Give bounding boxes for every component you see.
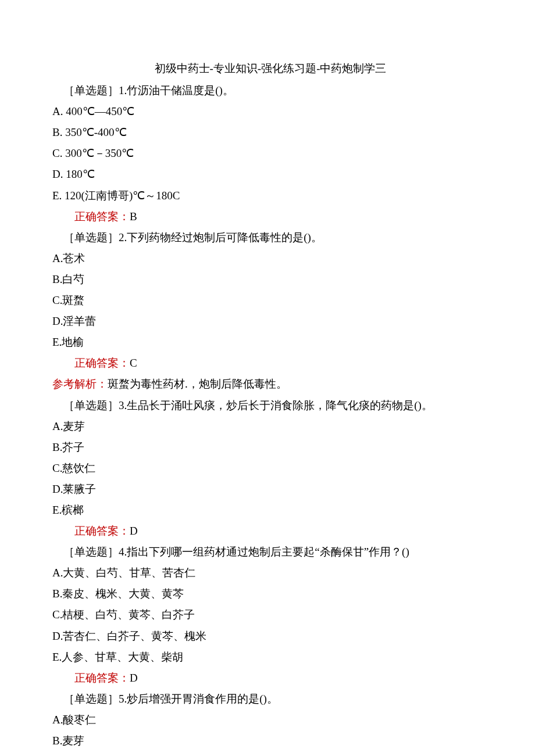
answer-label: 正确答案：: [74, 210, 130, 223]
answer-label: 正确答案：: [74, 357, 130, 369]
question-option: C. 300℃－350℃: [52, 143, 488, 164]
answer-value: D: [130, 525, 138, 537]
question-option: B.秦皮、槐米、大黄、黄芩: [52, 583, 488, 604]
answer-line: 正确答案：B: [74, 206, 488, 227]
answer-line: 正确答案：C: [74, 353, 488, 374]
question-option: A.大黄、白芍、甘草、苦杏仁: [52, 562, 488, 583]
question-option: B.芥子: [52, 437, 488, 458]
answer-value: B: [130, 210, 137, 223]
answer-value: D: [130, 672, 138, 684]
question-option: B.白芍: [52, 269, 488, 290]
question-option: A.酸枣仁: [52, 710, 488, 730]
question-stem: ［单选题］2.下列药物经过炮制后可降低毒性的是()。: [52, 227, 488, 248]
question-option: A.麦芽: [52, 416, 488, 437]
question-option: D. 180℃: [52, 164, 488, 185]
question-option: C.瓜篓仁: [52, 751, 488, 756]
document-title: 初级中药士-专业知识-强化练习题-中药炮制学三: [52, 58, 488, 79]
question-option: E.人参、甘草、大黄、柴胡: [52, 647, 488, 668]
question-option: B. 350℃-400℃: [52, 122, 488, 143]
question-stem: ［单选题］3.生品长于涌吐风痰，炒后长于消食除胀，降气化痰的药物是()。: [52, 395, 488, 416]
question-option: D.莱腋子: [52, 479, 488, 500]
question-option: D.淫羊蕾: [52, 311, 488, 332]
question-option: B.麦芽: [52, 730, 488, 751]
question-option: E. 120(江南博哥)℃～180C: [52, 185, 488, 206]
answer-label: 正确答案：: [74, 525, 130, 537]
explanation-label: 参考解析：: [52, 378, 108, 390]
explanation-text: 斑蝥为毒性药材.，炮制后降低毒性。: [108, 378, 287, 390]
answer-line: 正确答案：D: [74, 521, 488, 542]
answer-label: 正确答案：: [74, 672, 130, 684]
question-option: E.地榆: [52, 332, 488, 353]
answer-value: C: [130, 357, 137, 369]
question-option: D.苦杏仁、白芥子、黄芩、槐米: [52, 626, 488, 647]
question-option: C.慈饮仁: [52, 458, 488, 479]
question-stem: ［单选题］1.竹沥油干储温度是()。: [52, 80, 488, 101]
answer-line: 正确答案：D: [74, 668, 488, 689]
question-option: A. 400℃—450℃: [52, 101, 488, 122]
question-stem: ［单选题］4.指出下列哪一组药材通过炮制后主要起“杀酶保甘”作用？(): [52, 542, 488, 562]
question-stem: ［单选题］5.炒后增强开胃消食作用的是()。: [52, 689, 488, 710]
question-option: C.桔梗、白芍、黄芩、白芥子: [52, 604, 488, 625]
explanation-line: 参考解析：斑蝥为毒性药材.，炮制后降低毒性。: [52, 374, 488, 395]
question-option: C.斑蝥: [52, 290, 488, 311]
question-option: A.苍术: [52, 248, 488, 269]
question-option: E.槟榔: [52, 500, 488, 521]
